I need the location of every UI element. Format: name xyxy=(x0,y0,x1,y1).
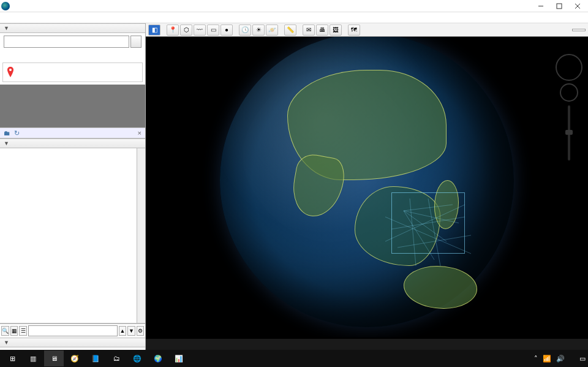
options-button[interactable]: ⚙ xyxy=(137,326,144,336)
menu-file[interactable] xyxy=(2,17,10,19)
email-button[interactable]: ✉ xyxy=(303,25,315,36)
record-tour-button[interactable]: ● xyxy=(221,25,233,36)
layers-panel-header[interactable]: ▼ xyxy=(0,338,145,347)
maximize-button[interactable] xyxy=(550,0,568,12)
scrollbar[interactable] xyxy=(137,148,145,323)
taskbar-app[interactable]: 🌍 xyxy=(148,350,168,366)
polygon-button[interactable]: ⬡ xyxy=(180,25,192,36)
viewer-statusbar xyxy=(146,339,588,350)
notifications-icon[interactable]: ▭ xyxy=(579,355,586,363)
tray-network-icon[interactable]: 📶 xyxy=(543,355,551,363)
map-pin-icon xyxy=(7,67,14,78)
collapse-icon: ▼ xyxy=(4,140,9,146)
placemark-button[interactable]: 📍 xyxy=(167,25,179,36)
collapse-icon: ▼ xyxy=(4,339,9,346)
svg-line-8 xyxy=(404,211,434,260)
taskbar-app[interactable]: 📘 xyxy=(86,350,105,366)
sign-in-button[interactable] xyxy=(572,29,586,31)
search-result[interactable] xyxy=(2,62,143,82)
menubar xyxy=(0,12,588,23)
hide-sidebar-button[interactable]: ◧ xyxy=(148,25,160,36)
refresh-icon[interactable]: ↻ xyxy=(14,129,20,137)
minimize-button[interactable] xyxy=(532,0,550,12)
layers-tree[interactable] xyxy=(0,347,145,350)
globe[interactable] xyxy=(220,37,514,327)
taskbar-app[interactable]: 🌐 xyxy=(127,350,147,366)
landmass-india xyxy=(288,151,347,220)
menu-edit[interactable] xyxy=(10,17,17,19)
planet-button[interactable]: 🪐 xyxy=(266,25,278,36)
places-filter-input[interactable] xyxy=(28,325,118,336)
app-icon xyxy=(1,2,10,10)
places-panel-header[interactable]: ▼ xyxy=(0,138,145,148)
move-ring[interactable] xyxy=(560,83,578,102)
find-icon[interactable]: 🔍 xyxy=(1,326,9,336)
menu-help[interactable] xyxy=(39,17,47,19)
tray-arrow-icon[interactable]: ˄ xyxy=(534,355,538,363)
search-toolbar: 🖿 ↻ × xyxy=(0,127,145,138)
windows-taskbar[interactable]: ⊞ ▥ 🖥 🧭 📘 🗂 🌐 🌍 📊 ˄ 📶 🔊 ▭ xyxy=(0,350,588,367)
globe-canvas[interactable] xyxy=(146,37,588,338)
window-titlebar xyxy=(0,0,588,12)
tray-volume-icon[interactable]: 🔊 xyxy=(556,355,565,363)
svg-line-9 xyxy=(391,217,465,229)
image-overlay-button[interactable]: ▭ xyxy=(207,25,219,36)
grid-icon[interactable]: ▦ xyxy=(10,326,18,336)
zoom-slider[interactable] xyxy=(568,105,570,161)
svg-point-4 xyxy=(9,69,12,71)
navigation-controls[interactable] xyxy=(554,54,584,161)
search-input[interactable] xyxy=(4,36,129,48)
print-button[interactable]: 🖶 xyxy=(316,25,328,36)
svg-line-14 xyxy=(385,205,465,241)
taskview-icon[interactable]: ▥ xyxy=(23,350,43,366)
svg-line-12 xyxy=(428,199,440,266)
svg-line-11 xyxy=(410,199,416,266)
taskbar-app[interactable]: 🖥 xyxy=(44,350,64,366)
path-button[interactable]: 〰 xyxy=(194,25,206,36)
svg-line-5 xyxy=(404,205,453,211)
close-search-icon[interactable]: × xyxy=(138,129,141,137)
sunlight-button[interactable]: ☀ xyxy=(252,25,265,36)
sidebar: ▼ 🖿 ↻ × ▼ xyxy=(0,23,146,350)
places-footer: 🔍 ▦ ☰ ▲ ▼ ⚙ xyxy=(0,323,145,338)
svg-rect-1 xyxy=(557,4,562,9)
places-tree[interactable] xyxy=(0,148,145,323)
folder-icon[interactable]: 🖿 xyxy=(4,129,10,137)
history-button[interactable]: 🕓 xyxy=(239,25,251,36)
menu-view[interactable] xyxy=(17,17,24,19)
menu-add[interactable] xyxy=(32,17,39,19)
landmass-aus xyxy=(404,266,477,309)
taskbar-app[interactable]: 🗂 xyxy=(107,350,126,366)
start-button[interactable]: ⊞ xyxy=(2,350,22,366)
collapse-icon: ▼ xyxy=(4,25,9,31)
svg-line-10 xyxy=(398,235,471,248)
search-results-area xyxy=(0,85,145,127)
search-panel-header[interactable]: ▼ xyxy=(0,23,145,33)
viewer-toolbar: ◧ 📍 ⬡ 〰 ▭ ● 🕓 ☀ 🪐 📏 ✉ 🖶 🖼 🗺 xyxy=(146,23,588,37)
look-ring[interactable] xyxy=(556,54,582,81)
network-overlay xyxy=(379,192,477,272)
view-in-maps-button[interactable]: 🗺 xyxy=(348,25,360,36)
ruler-button[interactable]: 📏 xyxy=(284,25,296,36)
taskbar-app[interactable]: 📊 xyxy=(169,350,189,366)
taskbar-app[interactable]: 🧭 xyxy=(65,350,85,366)
map-viewer: ◧ 📍 ⬡ 〰 ▭ ● 🕓 ☀ 🪐 📏 ✉ 🖶 🖼 🗺 xyxy=(146,23,588,350)
close-button[interactable] xyxy=(568,0,587,12)
search-button[interactable] xyxy=(130,36,141,48)
list-icon[interactable]: ☰ xyxy=(19,326,26,336)
menu-tools[interactable] xyxy=(24,17,32,19)
down-button[interactable]: ▼ xyxy=(127,326,135,336)
save-image-button[interactable]: 🖼 xyxy=(330,25,342,36)
up-button[interactable]: ▲ xyxy=(119,326,126,336)
